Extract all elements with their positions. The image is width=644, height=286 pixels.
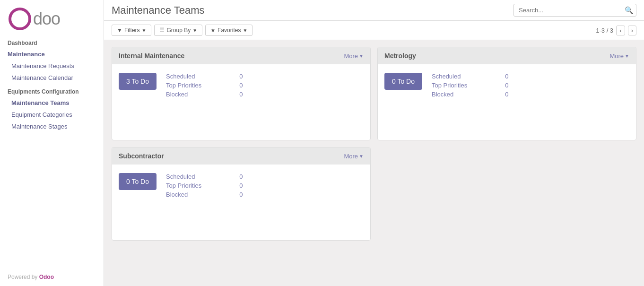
stat-sub-top-priorities-value: 0 bbox=[239, 182, 243, 189]
stat-row-scheduled: Scheduled 0 bbox=[166, 73, 243, 80]
topbar-right: 🔍 bbox=[513, 4, 636, 17]
stat-metrology-blocked-value: 0 bbox=[505, 91, 508, 98]
card-metrology-more-button[interactable]: More ▼ bbox=[609, 52, 629, 60]
card-internal-stats: Scheduled 0 Top Priorities 0 Blocked 0 bbox=[166, 73, 243, 98]
card-metrology-title: Metrology bbox=[384, 52, 416, 60]
card-internal-more-button[interactable]: More ▼ bbox=[344, 52, 364, 60]
stat-metrology-top-priorities-value: 0 bbox=[505, 82, 508, 89]
stat-metrology-blocked-label: Blocked bbox=[432, 91, 453, 98]
stat-metrology-scheduled-row: Scheduled 0 bbox=[432, 73, 508, 80]
card-metrology: Metrology More ▼ 0 To Do Scheduled 0 Top… bbox=[377, 47, 636, 140]
favorites-button[interactable]: ★ Favorites ▼ bbox=[205, 25, 252, 36]
card-metrology-more-caret: ▼ bbox=[625, 53, 629, 59]
logo-text: doo bbox=[33, 9, 60, 29]
sidebar-item-maintenance-stages[interactable]: Maintenance Stages bbox=[0, 121, 104, 132]
card-metrology-body: 0 To Do Scheduled 0 Top Priorities 0 Blo… bbox=[378, 64, 636, 140]
page-title: Maintenance Teams bbox=[112, 4, 205, 17]
sidebar-section-dashboard: Dashboard bbox=[0, 35, 104, 48]
stat-blocked-label: Blocked bbox=[166, 91, 188, 98]
card-subcontractor: Subcontractor More ▼ 0 To Do Scheduled 0… bbox=[112, 147, 371, 241]
main-content: Maintenance Teams 🔍 ▼ Filters ▼ ☰ Group … bbox=[104, 0, 644, 286]
stat-sub-top-priorities-row: Top Priorities 0 bbox=[166, 182, 243, 189]
stat-metrology-scheduled-label: Scheduled bbox=[432, 73, 461, 80]
toolbar-left: ▼ Filters ▼ ☰ Group By ▼ ★ Favorites ▼ bbox=[112, 25, 252, 36]
filters-label: Filters bbox=[124, 27, 140, 34]
stat-row-top-priorities: Top Priorities 0 bbox=[166, 82, 243, 89]
card-metrology-todo-button[interactable]: 0 To Do bbox=[384, 73, 422, 90]
card-subcontractor-more-caret: ▼ bbox=[359, 154, 364, 159]
card-subcontractor-more-label: More bbox=[344, 153, 358, 160]
card-metrology-more-label: More bbox=[609, 52, 624, 60]
card-subcontractor-more-button[interactable]: More ▼ bbox=[344, 153, 364, 160]
sidebar-item-maintenance-calendar[interactable]: Maintenance Calendar bbox=[0, 72, 104, 84]
stat-metrology-top-priorities-label: Top Priorities bbox=[432, 82, 467, 89]
stat-row-blocked: Blocked 0 bbox=[166, 91, 243, 98]
stat-top-priorities-value: 0 bbox=[239, 82, 243, 89]
card-internal-header: Internal Maintenance More ▼ bbox=[112, 47, 370, 64]
cards-area: Internal Maintenance More ▼ 3 To Do Sche… bbox=[104, 40, 644, 286]
star-icon: ★ bbox=[210, 27, 216, 34]
stat-metrology-scheduled-value: 0 bbox=[505, 73, 508, 80]
group-by-icon: ☰ bbox=[159, 27, 165, 34]
card-internal-todo-button[interactable]: 3 To Do bbox=[119, 73, 157, 90]
card-subcontractor-title: Subcontractor bbox=[119, 152, 164, 160]
stat-metrology-blocked-row: Blocked 0 bbox=[432, 91, 508, 98]
stat-metrology-top-priorities-row: Top Priorities 0 bbox=[432, 82, 508, 89]
stat-sub-blocked-value: 0 bbox=[239, 191, 243, 198]
card-internal: Internal Maintenance More ▼ 3 To Do Sche… bbox=[112, 47, 371, 140]
stat-sub-blocked-row: Blocked 0 bbox=[166, 191, 243, 198]
search-container: 🔍 bbox=[513, 4, 636, 17]
topbar: Maintenance Teams 🔍 bbox=[104, 0, 644, 21]
filters-button[interactable]: ▼ Filters ▼ bbox=[112, 25, 151, 36]
search-input[interactable] bbox=[513, 4, 636, 17]
sidebar-section-equipments: Equipments Configuration bbox=[0, 84, 104, 97]
odoo-logo: doo bbox=[9, 8, 95, 30]
favorites-label: Favorites bbox=[218, 27, 241, 34]
sidebar-item-equipment-categories[interactable]: Equipment Categories bbox=[0, 109, 104, 121]
logo-area: doo bbox=[0, 0, 104, 35]
pager-text: 1-3 / 3 bbox=[596, 27, 613, 34]
stat-sub-scheduled-value: 0 bbox=[239, 173, 243, 180]
card-metrology-stats: Scheduled 0 Top Priorities 0 Blocked 0 bbox=[432, 73, 508, 98]
filters-caret: ▼ bbox=[142, 28, 147, 33]
card-internal-more-label: More bbox=[344, 52, 358, 60]
stat-sub-scheduled-label: Scheduled bbox=[166, 173, 195, 180]
group-by-caret: ▼ bbox=[192, 28, 197, 33]
sidebar-item-maintenance-teams[interactable]: Maintenance Teams bbox=[0, 97, 104, 109]
powered-by: Powered by Odoo bbox=[0, 268, 104, 286]
sidebar-item-maintenance[interactable]: Maintenance bbox=[0, 48, 104, 60]
card-internal-more-caret: ▼ bbox=[359, 53, 364, 59]
stat-sub-top-priorities-label: Top Priorities bbox=[166, 182, 201, 189]
toolbar: ▼ Filters ▼ ☰ Group By ▼ ★ Favorites ▼ 1… bbox=[104, 21, 644, 40]
pager-prev-button[interactable]: ‹ bbox=[616, 26, 625, 35]
card-metrology-header: Metrology More ▼ bbox=[378, 47, 636, 64]
logo-circle bbox=[9, 8, 31, 30]
sidebar: doo Dashboard Maintenance Maintenance Re… bbox=[0, 0, 104, 286]
card-internal-body: 3 To Do Scheduled 0 Top Priorities 0 Blo… bbox=[112, 64, 370, 140]
powered-brand: Odoo bbox=[39, 274, 54, 280]
card-subcontractor-todo-button[interactable]: 0 To Do bbox=[119, 173, 157, 190]
card-subcontractor-body: 0 To Do Scheduled 0 Top Priorities 0 Blo… bbox=[112, 165, 370, 240]
stat-blocked-value: 0 bbox=[239, 91, 243, 98]
favorites-caret: ▼ bbox=[243, 28, 247, 33]
stat-top-priorities-label: Top Priorities bbox=[166, 82, 201, 89]
stat-sub-scheduled-row: Scheduled 0 bbox=[166, 173, 243, 180]
stat-sub-blocked-label: Blocked bbox=[166, 191, 188, 198]
filter-icon: ▼ bbox=[117, 27, 122, 34]
card-internal-title: Internal Maintenance bbox=[119, 52, 184, 60]
card-subcontractor-stats: Scheduled 0 Top Priorities 0 Blocked 0 bbox=[166, 173, 243, 198]
pager-next-button[interactable]: › bbox=[628, 26, 636, 35]
sidebar-item-maintenance-requests[interactable]: Maintenance Requests bbox=[0, 60, 104, 72]
search-button[interactable]: 🔍 bbox=[625, 6, 634, 15]
stat-scheduled-value: 0 bbox=[239, 73, 243, 80]
card-subcontractor-header: Subcontractor More ▼ bbox=[112, 147, 370, 165]
toolbar-right: 1-3 / 3 ‹ › bbox=[596, 26, 636, 35]
group-by-button[interactable]: ☰ Group By ▼ bbox=[154, 25, 202, 36]
stat-scheduled-label: Scheduled bbox=[166, 73, 195, 80]
group-by-label: Group By bbox=[166, 27, 191, 34]
